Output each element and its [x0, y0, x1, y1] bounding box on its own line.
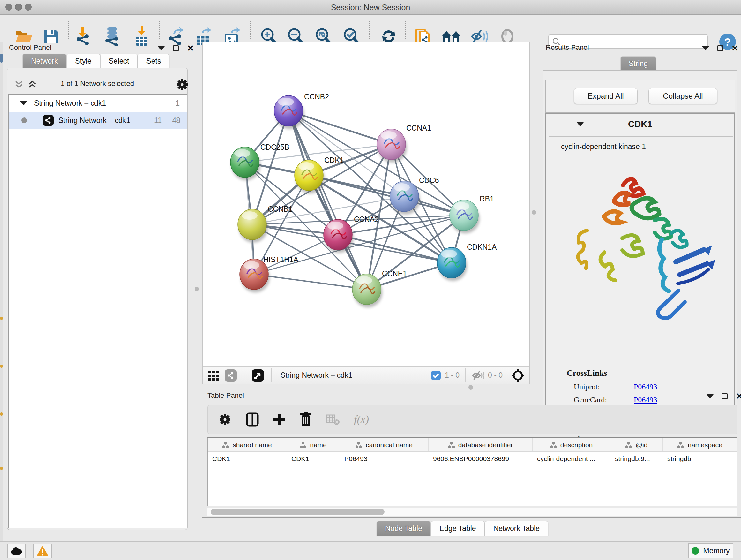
column-header--id[interactable]: @id [610, 438, 663, 451]
network-edge[interactable] [288, 111, 367, 289]
table-cell[interactable]: P06493 [340, 452, 428, 466]
network-options-gear-icon[interactable] [176, 78, 189, 91]
panel-close-icon[interactable]: ✕ [736, 393, 741, 399]
network-node-cdk1[interactable] [294, 160, 325, 193]
grid-view-icon[interactable] [208, 369, 220, 381]
scrollbar-thumb[interactable] [211, 509, 385, 515]
column-header-canonical-name[interactable]: canonical name [340, 438, 428, 451]
control-panel-title: Control Panel [9, 44, 51, 52]
collapse-all-button[interactable]: Collapse All [649, 88, 718, 104]
toolbar-separator [369, 21, 370, 39]
memory-button[interactable]: Memory [688, 543, 733, 558]
tab-string[interactable]: String [620, 56, 656, 71]
node-count: 11 [154, 116, 162, 125]
table-options-gear-icon[interactable] [218, 413, 232, 427]
gene-entry-body: cyclin-dependent kinase 1 [549, 136, 733, 407]
results-panel-title: Results Panel [546, 44, 589, 52]
network-node-hist1h1a[interactable] [240, 259, 270, 293]
toolbar-separator [405, 21, 406, 39]
node-label-hist1h1a: HIST1H1A [263, 255, 299, 264]
hidden-nodes-eye-icon[interactable] [471, 370, 484, 381]
node-label-cdc6: CDC6 [419, 176, 439, 185]
panel-menu-icon[interactable] [158, 46, 165, 51]
table-horizontal-scrollbar[interactable] [207, 508, 737, 516]
delete-column-icon[interactable] [300, 412, 312, 427]
expand-collapse-icon[interactable] [20, 101, 27, 105]
node-table: shared namenamecanonical namedatabase id… [207, 437, 737, 506]
tab-style[interactable]: Style [66, 54, 100, 68]
add-column-icon[interactable] [273, 413, 286, 426]
titlebar: Session: New Session [0, 0, 741, 15]
table-panel-title: Table Panel [207, 391, 244, 400]
table-cell[interactable]: cyclin-dependent ... [533, 452, 610, 466]
node-label-ccna1: CCNA1 [406, 124, 431, 132]
column-header-database-identifier[interactable]: database identifier [428, 438, 533, 451]
table-cell[interactable]: 9606.ENSP00000378699 [428, 452, 533, 466]
node-label-ccna2: CCNA2 [354, 215, 379, 224]
network-tree-row[interactable]: String Network – cdk11 [9, 95, 187, 112]
node-label-cdk1: CDK1 [324, 156, 344, 165]
tab-edge-table[interactable]: Edge Table [431, 521, 485, 536]
network-canvas[interactable]: CCNB2CCNA1CDC25BCDK1CDC6RB1CCNB1CCNA2CDK… [203, 43, 529, 366]
network-view-toolbar: String Network – cdk1 1 - 0 0 - 0 [203, 366, 529, 384]
network-node-cdkn1a[interactable] [437, 247, 467, 281]
panel-close-icon[interactable]: ✕ [731, 45, 738, 51]
tab-network-table[interactable]: Network Table [485, 521, 548, 536]
panel-menu-icon[interactable] [706, 394, 714, 398]
panel-float-icon[interactable] [722, 393, 728, 399]
function-builder-icon: f(x) [354, 414, 369, 426]
toolbar-separator [159, 21, 160, 39]
show-columns-icon[interactable] [246, 413, 259, 427]
table-row[interactable]: CDK1CDK1P064939606.ENSP00000378699cyclin… [208, 452, 737, 466]
warning-status-button[interactable] [33, 544, 52, 558]
panel-menu-icon[interactable] [702, 46, 709, 51]
selected-nodes-checkbox-icon[interactable] [431, 370, 441, 381]
network-node-ccna2[interactable] [324, 219, 354, 253]
table-cell[interactable]: stringdb [663, 452, 738, 466]
table-cell[interactable]: CDK1 [287, 452, 340, 466]
cloud-status-button[interactable] [7, 544, 25, 558]
network-tree-row[interactable]: String Network – cdk11148 [9, 112, 187, 129]
gene-list: CDK1 cyclin-dependent kinase 1 [545, 113, 735, 417]
node-label-ccne1: CCNE1 [382, 269, 407, 278]
main-toolbar: ? [0, 15, 741, 42]
memory-label: Memory [703, 547, 730, 555]
network-edge[interactable] [254, 274, 367, 289]
gene-symbol: CDK1 [546, 119, 734, 129]
network-node-ccnb2[interactable] [274, 96, 304, 129]
control-panel: Control Panel ✕ NetworkStyleSelectSets 1… [4, 42, 189, 531]
network-node-rb1[interactable] [450, 200, 480, 233]
panel-float-icon[interactable] [718, 45, 723, 51]
tab-node-table[interactable]: Node Table [377, 521, 431, 536]
network-list-toolbar: 1 of 1 Network selected [7, 77, 187, 91]
column-header-name[interactable]: name [287, 438, 340, 451]
gene-description: cyclin-dependent kinase 1 [561, 142, 646, 151]
network-node-cdc25b[interactable] [230, 147, 260, 180]
memory-status-dot [691, 547, 699, 555]
delete-table-icon [326, 414, 340, 425]
tab-select[interactable]: Select [100, 54, 138, 68]
tab-network[interactable]: Network [22, 54, 66, 68]
crosshair-icon[interactable] [511, 368, 525, 382]
table-cell[interactable]: stringdb:9... [610, 452, 663, 466]
network-node-ccne1[interactable] [352, 274, 382, 307]
network-share-view-icon[interactable] [224, 369, 237, 382]
gene-entry-header[interactable]: CDK1 [546, 114, 734, 135]
column-header-description[interactable]: description [533, 438, 610, 451]
control-panel-tabs: NetworkStyleSelectSets [22, 54, 170, 68]
column-header-namespace[interactable]: namespace [663, 438, 738, 451]
column-type-icon [448, 442, 455, 448]
vertical-splitter-handle[interactable] [195, 287, 199, 291]
vertical-splitter-handle[interactable] [532, 210, 536, 214]
table-cell[interactable]: CDK1 [208, 452, 287, 466]
expand-all-button[interactable]: Expand All [574, 88, 637, 104]
column-header-shared-name[interactable]: shared name [208, 438, 287, 451]
panel-float-icon[interactable] [173, 45, 179, 51]
table-toolbar: f(x) [207, 405, 737, 434]
birdseye-view-icon[interactable] [252, 369, 264, 382]
network-view-panel: CCNB2CCNA1CDC25BCDK1CDC6RB1CCNB1CCNA2CDK… [202, 42, 530, 384]
table-header-row: shared namenamecanonical namedatabase id… [208, 438, 737, 452]
panel-close-icon[interactable]: ✕ [187, 45, 194, 51]
network-node-ccna1[interactable] [377, 129, 407, 163]
tab-sets[interactable]: Sets [138, 54, 170, 68]
